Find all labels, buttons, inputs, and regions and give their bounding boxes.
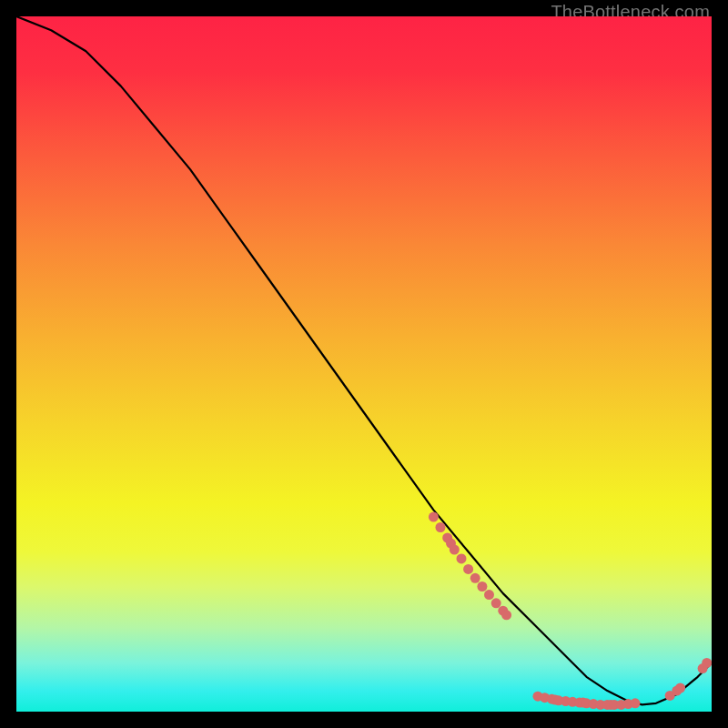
data-point [477, 581, 487, 592]
data-point [429, 512, 439, 522]
data-point [702, 658, 712, 668]
scatter-dots [429, 512, 712, 710]
data-point [436, 522, 446, 532]
data-point [457, 553, 467, 563]
chart-svg [16, 16, 712, 712]
data-point [631, 698, 641, 708]
data-point [491, 598, 501, 608]
chart-frame: { "watermark": "TheBottleneck.com", "col… [0, 0, 728, 728]
data-point [450, 545, 460, 555]
bottleneck-curve [16, 16, 712, 704]
data-point [470, 573, 480, 583]
data-point [675, 683, 685, 693]
data-point [463, 564, 473, 574]
data-point [484, 590, 494, 600]
chart-plot-area [16, 16, 712, 712]
data-point [501, 610, 511, 620]
